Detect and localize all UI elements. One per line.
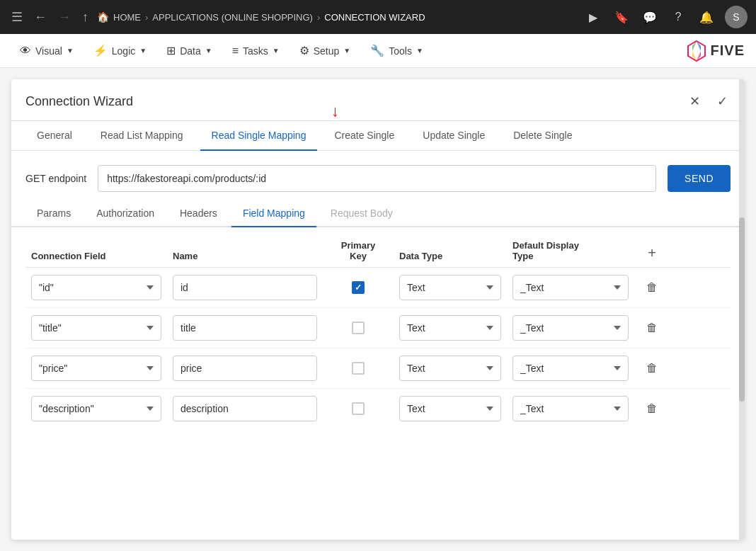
delete-row-button-4[interactable]: 🗑 [641,399,663,418]
tab-update-single[interactable]: Update Single [411,121,496,151]
five-logo: FIVE [685,40,745,62]
wizard-header: Connection Wizard ✕ ✓ [11,79,745,121]
cell-name-1 [167,275,323,300]
connection-field-select-3[interactable]: "price" [31,356,161,381]
wizard-tabs: General Read List Mapping Read Single Ma… [11,121,745,151]
cell-name-2 [167,315,323,341]
tools-icon: 🔧 [370,44,384,57]
notification-icon[interactable]: 🔔 [697,7,716,27]
home-icon: 🏠 [97,11,109,23]
name-input-1[interactable] [173,275,317,300]
close-icon[interactable]: ✕ [687,91,703,112]
cell-name-4 [167,396,323,421]
primary-key-checkbox-2[interactable] [352,322,365,334]
tab-general[interactable]: General [25,121,84,151]
data-icon: ⊞ [166,44,176,57]
toolbar-tasks[interactable]: ≡ Tasks ▼ [224,40,288,62]
user-avatar[interactable]: S [725,6,748,28]
wizard-title: Connection Wizard [25,94,133,109]
table-row: "price" Text _Text [25,348,731,389]
data-type-select-4[interactable]: Text [399,396,501,421]
tab-delete-single[interactable]: Delete Single [502,121,583,151]
data-type-select-1[interactable]: Text [399,275,501,300]
scrollbar[interactable] [739,79,745,540]
display-type-select-1[interactable]: _Text [512,275,629,300]
toolbar-tasks-label: Tasks [243,45,268,57]
toolbar-data-label: Data [180,45,201,57]
cell-display-type-2: _Text [507,315,634,341]
subtab-field-mapping[interactable]: Field Mapping [231,200,316,227]
th-display-type: Default DisplayType [507,240,634,261]
subtab-headers[interactable]: Headers [168,200,229,227]
toolbar-setup-label: Setup [314,45,340,57]
subtab-authorization[interactable]: Authorization [85,200,166,227]
primary-key-checkbox-3[interactable] [352,362,365,375]
cell-primary-key-1 [323,281,394,294]
back-icon[interactable]: ← [31,7,50,28]
th-data-type: Data Type [394,251,507,261]
confirm-icon[interactable]: ✓ [714,91,731,112]
cell-data-type-3: Text [394,356,507,381]
endpoint-row: GET endpoint SEND [11,151,745,200]
subtab-params[interactable]: Params [25,200,82,227]
endpoint-method-label: GET endpoint [25,173,86,184]
tab-read-list[interactable]: Read List Mapping [89,121,195,151]
breadcrumb-app[interactable]: APPLICATIONS (ONLINE SHOPPING) [152,12,313,23]
name-input-2[interactable] [173,315,317,341]
table-header: Connection Field Name PrimaryKey Data Ty… [25,233,731,268]
toolbar-visual[interactable]: 👁 Visual ▼ [11,40,82,62]
connection-field-select-2[interactable]: "title" [31,315,161,341]
cell-connection-field-3: "price" [25,356,167,381]
breadcrumb-sep1: › [145,12,148,23]
data-dropdown-icon: ▼ [205,47,212,55]
connection-field-select-4[interactable]: "description" [31,396,161,421]
setup-dropdown-icon: ▼ [343,47,350,55]
up-icon[interactable]: ↑ [79,7,91,28]
th-connection-field: Connection Field [25,251,167,261]
send-button[interactable]: SEND [668,165,731,192]
play-icon[interactable]: ▶ [583,7,603,27]
name-input-4[interactable] [173,396,317,421]
data-type-select-2[interactable]: Text [399,315,501,341]
delete-row-button-3[interactable]: 🗑 [641,359,663,377]
tab-create-single[interactable]: Create Single [323,121,406,151]
endpoint-url-input[interactable] [98,165,656,192]
breadcrumb-current: CONNECTION WIZARD [324,12,425,23]
tools-dropdown-icon: ▼ [416,47,423,55]
cell-delete-3: 🗑 [634,359,670,377]
table-row: "title" Text _Text [25,308,731,348]
delete-row-button-2[interactable]: 🗑 [641,319,663,337]
name-input-3[interactable] [173,356,317,381]
breadcrumb: 🏠 Connection Wizard HOME › APPLICATIONS … [97,11,578,23]
data-type-select-3[interactable]: Text [399,356,501,381]
breadcrumb-home-label[interactable]: HOME [113,12,141,23]
cell-display-type-3: _Text [507,356,634,381]
cell-display-type-4: _Text [507,396,634,421]
toolbar-setup[interactable]: ⚙ Setup ▼ [291,40,360,62]
delete-row-button-1[interactable]: 🗑 [641,278,663,297]
cell-display-type-1: _Text [507,275,634,300]
top-nav: ☰ ← → ↑ 🏠 Connection Wizard HOME › APPLI… [0,0,756,34]
primary-key-checkbox-4[interactable] [352,402,365,415]
connection-field-select-1[interactable]: "id" [31,275,161,300]
forward-icon[interactable]: → [55,7,74,28]
display-type-select-4[interactable]: _Text [512,396,629,421]
add-row-button[interactable]: + [634,245,670,261]
toolbar-logic[interactable]: ⚡ Logic ▼ [85,40,155,62]
chat-icon[interactable]: 💬 [640,7,660,27]
toolbar-logic-label: Logic [112,45,135,57]
display-type-select-3[interactable]: _Text [512,356,629,381]
setup-icon: ⚙ [299,44,309,57]
bookmark-icon[interactable]: 🔖 [612,7,631,27]
hamburger-icon[interactable]: ☰ [8,6,25,28]
help-icon[interactable]: ? [668,7,688,27]
toolbar-tools[interactable]: 🔧 Tools ▼ [362,40,432,62]
main-container: Connection Wizard ✕ ✓ General Read List … [0,68,756,551]
cell-delete-1: 🗑 [634,278,670,297]
tab-read-single[interactable]: Read Single Mapping [200,121,318,151]
primary-key-checkbox-1[interactable] [352,281,365,294]
toolbar-data[interactable]: ⊞ Data ▼ [158,40,220,62]
display-type-select-2[interactable]: _Text [512,315,629,341]
scrollbar-thumb[interactable] [739,217,745,402]
field-mapping-table: Connection Field Name PrimaryKey Data Ty… [11,227,745,540]
